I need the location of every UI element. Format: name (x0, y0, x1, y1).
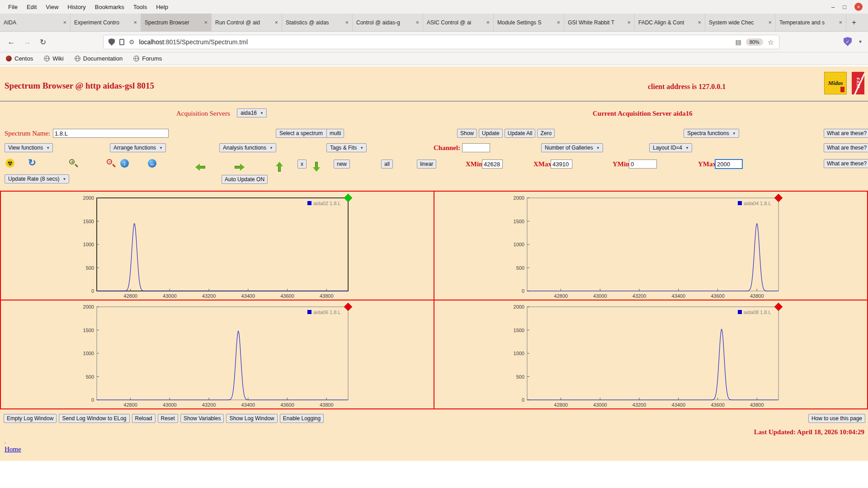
tab-close-icon[interactable]: × (839, 19, 842, 26)
zoom-out-icon[interactable]: − (106, 159, 116, 169)
channel-input[interactable] (462, 143, 490, 152)
menu-bookmarks[interactable]: Bookmarks (90, 2, 129, 12)
arrow-up-icon[interactable] (276, 161, 283, 172)
tab-temperature[interactable]: Temperature and s× (776, 14, 846, 31)
arrange-functions-dropdown[interactable]: Arrange functions▼ (110, 143, 166, 152)
pan-horizontal-icon[interactable]: ↔ (148, 159, 156, 168)
update-rate-dropdown[interactable]: Update Rate (8 secs)▼ (5, 174, 69, 183)
update-all-button[interactable]: Update All (505, 129, 536, 138)
show-variables-button[interactable]: Show Variables (180, 414, 224, 423)
menu-tools[interactable]: Tools (129, 2, 151, 12)
tab-spectrum-browser[interactable]: Spectrum Browser× (141, 14, 212, 31)
close-button[interactable]: × (854, 3, 863, 11)
x-button[interactable]: x (297, 160, 307, 169)
tab-aida[interactable]: AIDA× (0, 14, 71, 31)
show-button[interactable]: Show (457, 129, 477, 138)
spectra-functions-dropdown[interactable]: Spectra functions▼ (684, 129, 739, 138)
maximize-button[interactable]: □ (843, 4, 846, 10)
permissions-gear-icon[interactable]: ⚙ (129, 38, 135, 46)
url-text[interactable]: localhost:8015/Spectrum/Spectrum.tml (139, 38, 248, 46)
tags-fits-dropdown[interactable]: Tags & Fits▼ (326, 143, 367, 152)
empty-log-window-button[interactable]: Empty Log Window (4, 414, 57, 423)
tab-module-settings[interactable]: Module Settings S× (494, 14, 564, 31)
refresh-icon[interactable]: ↻ (28, 158, 36, 167)
ymax-input[interactable] (715, 160, 742, 169)
home-link[interactable]: Home (5, 446, 21, 453)
linear-button[interactable]: linear (417, 160, 436, 169)
back-button[interactable]: ← (5, 35, 18, 49)
tab-asic-control[interactable]: ASIC Control @ ai× (423, 14, 494, 31)
zero-button[interactable]: Zero (537, 129, 555, 138)
new-button[interactable]: new (334, 160, 350, 169)
acquisition-server-select[interactable]: aida16▼ (237, 108, 267, 117)
spectrum-panel-aida06[interactable]: 0500100015002000428004300043200434004360… (0, 300, 434, 409)
tab-close-icon[interactable]: × (345, 19, 349, 26)
update-button[interactable]: Update (479, 129, 503, 138)
menu-edit[interactable]: Edit (22, 2, 41, 12)
analysis-functions-dropdown[interactable]: Analysis functions▼ (219, 143, 276, 152)
spectrum-panel-aida04[interactable]: 0500100015002000428004300043200434004360… (434, 191, 868, 300)
arrow-left-icon[interactable] (195, 164, 206, 171)
tab-close-icon[interactable]: × (486, 19, 490, 26)
select-spectrum-dropdown[interactable]: Select a spectrum▼ (276, 129, 333, 138)
arrow-down-icon[interactable] (313, 161, 320, 172)
what-are-these-button-2[interactable]: What are these? (824, 143, 868, 152)
reload-button[interactable]: ↻ (36, 35, 50, 49)
menu-view[interactable]: View (41, 2, 63, 12)
tab-gsi-white-rabbit[interactable]: GSI White Rabbit T× (564, 14, 635, 31)
tracking-protection-shield-icon[interactable] (108, 38, 115, 46)
zoom-level[interactable]: 80% (746, 38, 763, 46)
tab-experiment-control[interactable]: Experiment Contro× (71, 14, 141, 31)
minimize-button[interactable]: – (831, 4, 835, 10)
tab-close-icon[interactable]: × (698, 19, 701, 26)
bookmark-documentation[interactable]: Documentation (75, 55, 123, 62)
all-button[interactable]: all (381, 160, 393, 169)
how-to-use-button[interactable]: How to use this page (808, 414, 865, 423)
overflow-chevron-icon[interactable]: ▾ (859, 38, 862, 45)
bookmark-centos[interactable]: Centos (6, 55, 33, 62)
new-tab-button[interactable]: + (846, 14, 862, 31)
xmax-input[interactable] (551, 160, 572, 169)
tab-control[interactable]: Control @ aidas-g× (353, 14, 423, 31)
reload-page-button[interactable]: Reload (132, 414, 156, 423)
radiation-icon[interactable]: ☢ (5, 159, 14, 168)
tab-system-wide-check[interactable]: System wide Chec× (705, 14, 776, 31)
enable-logging-button[interactable]: Enable Logging (280, 414, 324, 423)
tab-statistics[interactable]: Statistics @ aidas× (282, 14, 353, 31)
number-of-galleries-dropdown[interactable]: Number of Galleries▼ (541, 143, 603, 152)
menu-history[interactable]: History (63, 2, 90, 12)
show-log-window-button[interactable]: Show Log Window (226, 414, 277, 423)
reader-mode-icon[interactable]: ▤ (735, 38, 741, 46)
site-info-icon[interactable] (119, 39, 124, 45)
spectrum-panel-aida02[interactable]: 0500100015002000428004300043200434004360… (0, 191, 434, 300)
bookmark-wiki[interactable]: Wiki (44, 55, 64, 62)
auto-update-button[interactable]: Auto Update ON (222, 175, 268, 184)
multi-button[interactable]: multi (326, 129, 344, 138)
zoom-in-icon[interactable]: + (69, 159, 79, 169)
ymin-input[interactable] (629, 160, 657, 169)
tab-close-icon[interactable]: × (63, 19, 66, 26)
pan-vertical-icon[interactable]: ↕ (120, 159, 129, 168)
what-are-these-button-1[interactable]: What are these? (824, 129, 868, 138)
xmin-input[interactable] (482, 160, 503, 169)
view-functions-dropdown[interactable]: View functions▼ (5, 143, 53, 152)
menu-help[interactable]: Help (151, 2, 173, 12)
bookmark-forums[interactable]: Forums (133, 55, 162, 62)
bookmark-star-icon[interactable]: ☆ (768, 38, 774, 47)
tab-close-icon[interactable]: × (274, 19, 278, 26)
layout-id-dropdown[interactable]: Layout ID=4▼ (649, 143, 692, 152)
spectrum-panel-aida08[interactable]: 0500100015002000428004300043200434004360… (434, 300, 868, 409)
tab-close-icon[interactable]: × (133, 19, 137, 26)
tab-close-icon[interactable]: × (627, 19, 631, 26)
spectrum-name-input[interactable] (53, 129, 169, 138)
what-are-these-button-3[interactable]: What are these? (824, 159, 868, 168)
tab-close-icon[interactable]: × (557, 19, 560, 26)
forward-button[interactable]: → (20, 35, 34, 49)
shield-check-extension-icon[interactable]: ✓ (844, 37, 852, 46)
url-bar[interactable]: ⚙ localhost:8015/Spectrum/Spectrum.tml ▤… (103, 35, 779, 49)
tab-run-control[interactable]: Run Control @ aid× (212, 14, 282, 31)
send-log-elog-button[interactable]: Send Log Window to ELog (59, 414, 129, 423)
tab-close-icon[interactable]: × (768, 19, 772, 26)
arrow-right-icon[interactable] (234, 164, 245, 171)
tab-fadc-align[interactable]: FADC Align & Cont× (635, 14, 705, 31)
